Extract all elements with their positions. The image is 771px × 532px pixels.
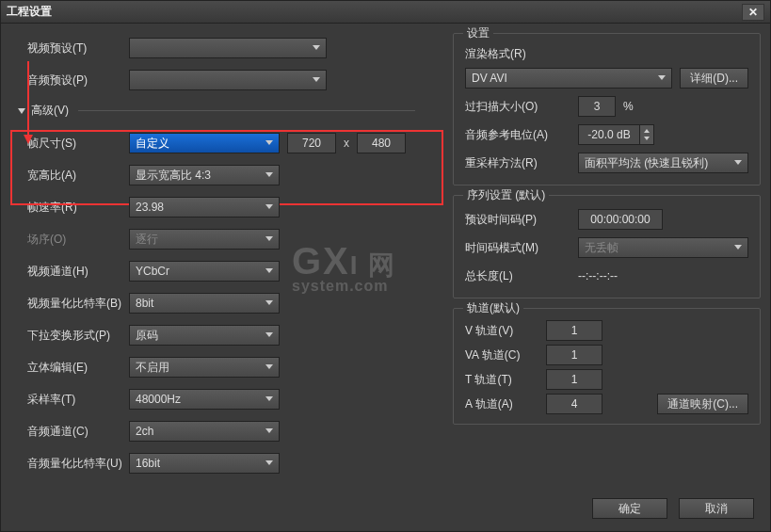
render-format-dropdown[interactable]: DV AVI [465, 68, 672, 89]
a-track-input[interactable]: 4 [546, 394, 602, 414]
v-track-label: V 轨道(V) [465, 323, 546, 339]
close-button[interactable]: ✕ [742, 4, 764, 21]
video-channel-dropdown[interactable]: YCbCr [129, 261, 280, 282]
cancel-button[interactable]: 取消 [679, 498, 754, 519]
overscan-input[interactable]: 3 [578, 96, 616, 117]
video-bitdepth-label: 视频量化比特率(B) [10, 296, 129, 312]
aspect-label: 宽高比(A) [10, 168, 129, 184]
field-order-dropdown: 逐行 [129, 229, 280, 250]
video-preset-dropdown[interactable] [129, 38, 327, 58]
t-track-label: T 轨道(T) [465, 372, 546, 388]
triangle-down-icon [18, 108, 25, 114]
sample-rate-label: 采样率(T) [10, 392, 129, 408]
v-track-input[interactable]: 1 [546, 320, 602, 341]
chevron-down-icon [265, 268, 273, 273]
pulldown-dropdown[interactable]: 原码 [129, 325, 280, 346]
preset-timecode-input[interactable]: 00:00:00:00 [578, 209, 663, 230]
chevron-down-icon [658, 75, 666, 80]
advanced-label: 高级(V) [31, 103, 69, 119]
fps-dropdown[interactable]: 23.98 [129, 197, 280, 218]
chevron-down-icon [265, 236, 273, 241]
audio-preset-dropdown[interactable] [129, 70, 327, 90]
spinner-control[interactable] [639, 124, 654, 145]
tracks-group-title: 轨道(默认) [463, 300, 523, 316]
chevron-down-icon [265, 332, 273, 337]
timecode-mode-dropdown: 无丢帧 [578, 237, 748, 258]
overscan-unit: % [623, 100, 634, 113]
render-format-label: 渲染格式(R) [465, 46, 578, 62]
tracks-group: 轨道(默认) V 轨道(V) 1 VA 轨道(C) 1 T 轨道(T) 1 A … [453, 308, 761, 425]
timecode-mode-label: 时间码模式(M) [465, 240, 578, 256]
sequence-group-title: 序列设置 (默认) [463, 187, 549, 203]
channel-map-button[interactable]: 通道映射(C)... [657, 394, 748, 414]
preset-timecode-label: 预设时间码(P) [465, 212, 578, 228]
field-order-label: 场序(O) [10, 232, 129, 248]
audio-channel-dropdown[interactable]: 2ch [129, 421, 280, 442]
audio-preset-label: 音频预设(P) [10, 73, 129, 89]
audio-bitdepth-label: 音频量化比特率(U) [10, 456, 129, 472]
titlebar: 工程设置 ✕ [1, 1, 770, 24]
chevron-down-icon [265, 140, 273, 145]
chevron-down-icon [265, 364, 273, 369]
video-preset-label: 视频预设(T) [10, 40, 129, 56]
stereo-edit-dropdown[interactable]: 不启用 [129, 357, 280, 378]
stereo-edit-label: 立体编辑(E) [10, 360, 129, 376]
chevron-down-icon [265, 460, 273, 465]
audio-ref-input[interactable]: -20.0 dB [578, 124, 640, 145]
va-track-label: VA 轨道(C) [465, 347, 546, 363]
window-title: 工程设置 [7, 4, 742, 20]
chevron-down-icon [265, 396, 273, 401]
chevron-down-icon [313, 77, 320, 82]
sample-rate-dropdown[interactable]: 48000Hz [129, 389, 280, 410]
a-track-label: A 轨道(A) [465, 396, 546, 412]
settings-group: 设置 渲染格式(R) DV AVI 详细(D)... 过扫描大小(O) 3 % … [453, 33, 761, 185]
pulldown-label: 下拉变换形式(P) [10, 328, 129, 344]
chevron-down-icon [265, 172, 273, 177]
aspect-dropdown[interactable]: 显示宽高比 4:3 [129, 165, 280, 185]
frame-width-input[interactable]: 720 [287, 133, 336, 153]
sequence-group: 序列设置 (默认) 预设时间码(P) 00:00:00:00 时间码模式(M) … [453, 195, 761, 298]
chevron-down-icon [265, 300, 273, 305]
audio-bitdepth-dropdown[interactable]: 16bit [129, 453, 280, 474]
ok-button[interactable]: 确定 [592, 498, 667, 519]
advanced-section-toggle[interactable]: 高级(V) [10, 103, 443, 119]
audio-channel-label: 音频通道(C) [10, 424, 129, 440]
frame-size-label: 帧尺寸(S) [10, 136, 129, 152]
x-separator: x [344, 137, 349, 150]
audio-ref-label: 音频参考电位(A) [465, 127, 578, 143]
video-bitdepth-dropdown[interactable]: 8bit [129, 293, 280, 314]
frame-size-mode-dropdown[interactable]: 自定义 [129, 133, 280, 153]
resample-dropdown[interactable]: 面积平均法 (快速且锐利) [578, 153, 748, 173]
settings-group-title: 设置 [463, 25, 493, 41]
resample-label: 重采样方法(R) [465, 155, 578, 171]
divider [78, 110, 415, 111]
video-channel-label: 视频通道(H) [10, 264, 129, 280]
chevron-down-icon [313, 45, 320, 50]
frame-height-input[interactable]: 480 [357, 133, 406, 153]
detail-button[interactable]: 详细(D)... [680, 68, 748, 89]
chevron-down-icon [734, 245, 742, 250]
chevron-down-icon [265, 204, 273, 209]
total-length-value: --:--:--:-- [578, 269, 618, 282]
chevron-down-icon [734, 160, 742, 165]
total-length-label: 总长度(L) [465, 268, 578, 284]
overscan-label: 过扫描大小(O) [465, 99, 578, 115]
fps-label: 帧速率(R) [10, 200, 129, 216]
chevron-down-icon [265, 428, 273, 433]
va-track-input[interactable]: 1 [546, 345, 602, 365]
t-track-input[interactable]: 1 [546, 369, 602, 390]
